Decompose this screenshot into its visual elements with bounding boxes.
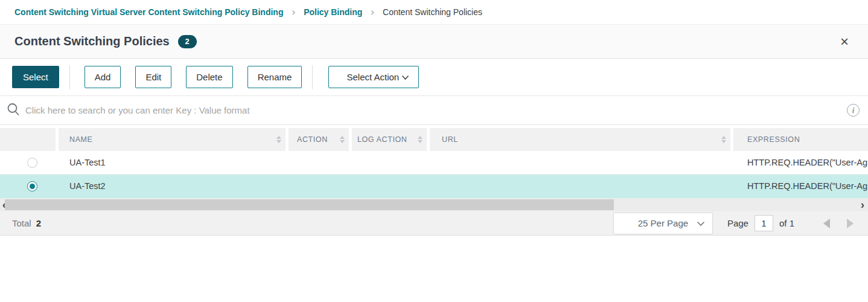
search-icon	[6, 102, 21, 119]
radio-row-2[interactable]	[27, 181, 37, 191]
name-cell: UA-Test2	[59, 175, 286, 198]
page-of-label: of 1	[779, 218, 794, 228]
action-cell	[289, 175, 349, 198]
header-cell-select	[0, 128, 56, 151]
toolbar-divider	[69, 65, 70, 89]
column-label-log-action: LOG ACTION	[357, 135, 407, 144]
column-label-name: NAME	[69, 135, 93, 144]
breadcrumb-link-policy-binding[interactable]: Policy Binding	[304, 7, 362, 17]
previous-page-icon[interactable]	[823, 219, 830, 228]
info-icon[interactable]: i	[847, 104, 860, 117]
edit-button[interactable]: Edit	[135, 66, 171, 88]
toolbar: Select Add Edit Delete Rename Select Act…	[0, 59, 868, 96]
expression-cell: HTTP.REQ.HEADER("User-Ag	[733, 175, 868, 198]
breadcrumb-link-cs-vserver-policy-binding[interactable]: Content Switching Virtual Server Content…	[14, 7, 283, 17]
search-input[interactable]	[25, 105, 847, 115]
close-icon[interactable]: ×	[840, 34, 849, 49]
radio-row-1[interactable]	[27, 158, 37, 168]
sort-icon[interactable]	[418, 136, 423, 143]
content-switching-policies-page: Content Switching Virtual Server Content…	[0, 0, 868, 302]
sort-icon[interactable]	[721, 136, 726, 143]
header-cell-name: NAME	[59, 128, 286, 151]
table-header-row: NAME ACTION LOG ACTION URL EXPRESSION	[0, 128, 868, 151]
per-page-label: 25 Per Page	[638, 218, 688, 228]
column-label-expression: EXPRESSION	[747, 135, 800, 144]
column-label-url: URL	[442, 135, 458, 144]
total-value: 2	[36, 218, 41, 228]
scrollbar-thumb[interactable]	[5, 199, 614, 210]
expression-cell: HTTP.REQ.HEADER("User-Ag	[733, 151, 868, 174]
column-label-action: ACTION	[297, 135, 328, 144]
sort-icon[interactable]	[276, 136, 281, 143]
policy-expression: HTTP.REQ.HEADER("User-Ag	[747, 181, 867, 191]
toolbar-divider	[312, 65, 313, 89]
table-footer: Total 2 25 Per Page Page of 1	[0, 211, 868, 236]
header-cell-expression: EXPRESSION	[733, 128, 868, 151]
chevron-down-icon	[401, 72, 409, 82]
log-action-cell	[352, 175, 427, 198]
add-button[interactable]: Add	[85, 66, 121, 88]
select-action-label: Select Action	[346, 72, 399, 82]
header-cell-action: ACTION	[289, 128, 349, 151]
title-bar: Content Switching Policies 2 ×	[0, 24, 868, 58]
next-page-icon[interactable]	[847, 219, 854, 228]
page-title: Content Switching Policies	[14, 34, 170, 48]
header-cell-url: URL	[430, 128, 730, 151]
breadcrumb-current: Content Switching Policies	[383, 7, 482, 17]
page-number-input[interactable]	[755, 215, 773, 231]
table-row[interactable]: UA-Test2 HTTP.REQ.HEADER("User-Ag	[0, 175, 868, 198]
chevron-down-icon	[697, 218, 705, 228]
page-label: Page	[727, 218, 748, 228]
breadcrumb-separator: ›	[292, 6, 295, 18]
horizontal-scrollbar[interactable]: ‹ ›	[0, 198, 868, 211]
breadcrumb-separator: ›	[371, 6, 374, 18]
rename-button[interactable]: Rename	[247, 66, 302, 88]
log-action-cell	[352, 151, 427, 174]
row-select-cell	[0, 151, 56, 174]
search-bar: i	[0, 96, 868, 124]
actions-panel: Select Add Edit Delete Rename Select Act…	[0, 58, 868, 125]
action-cell	[289, 151, 349, 174]
total-label: Total	[12, 218, 31, 228]
policy-expression: HTTP.REQ.HEADER("User-Ag	[747, 158, 867, 167]
url-cell	[430, 175, 730, 198]
count-badge: 2	[178, 35, 197, 48]
policies-table: NAME ACTION LOG ACTION URL EXPRESSION	[0, 128, 868, 198]
row-select-cell	[0, 175, 56, 198]
header-cell-log-action: LOG ACTION	[352, 128, 427, 151]
policy-name: UA-Test2	[69, 181, 106, 191]
select-action-dropdown[interactable]: Select Action	[328, 66, 419, 88]
breadcrumb: Content Switching Virtual Server Content…	[0, 0, 868, 24]
name-cell: UA-Test1	[59, 151, 286, 174]
delete-button[interactable]: Delete	[186, 66, 232, 88]
per-page-dropdown[interactable]: 25 Per Page	[613, 213, 713, 234]
table-row[interactable]: UA-Test1 HTTP.REQ.HEADER("User-Ag	[0, 151, 868, 175]
url-cell	[430, 151, 730, 174]
policy-name: UA-Test1	[69, 158, 106, 167]
sort-icon[interactable]	[340, 136, 345, 143]
scroll-right-icon[interactable]: ›	[858, 198, 867, 211]
select-button[interactable]: Select	[12, 66, 59, 88]
